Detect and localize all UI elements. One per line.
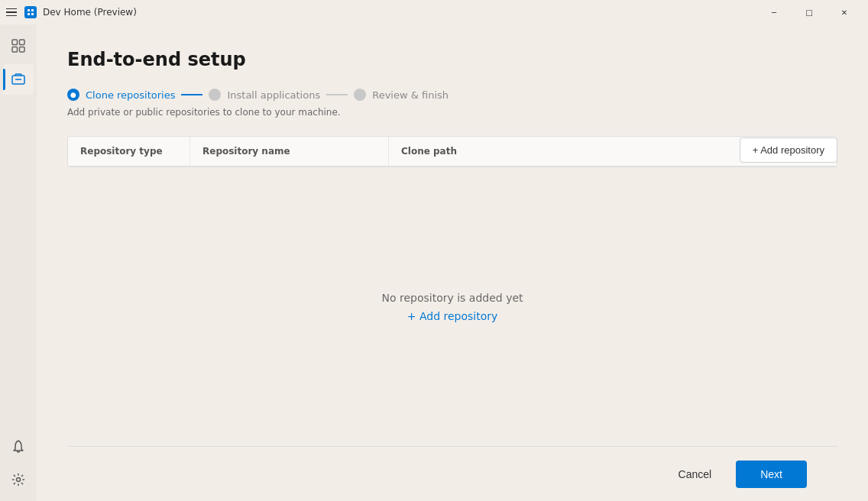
step-label-install: Install applications [227, 89, 320, 101]
step-circle-review [354, 89, 366, 101]
main-content: End-to-end setup ● Clone repositories In… [37, 24, 868, 501]
svg-rect-7 [20, 47, 25, 53]
titlebar-left: Dev Home (Preview) [6, 6, 137, 18]
close-button[interactable]: ✕ [827, 0, 862, 24]
empty-state-add-link[interactable]: + Add repository [407, 310, 498, 322]
step-review: Review & finish [354, 89, 449, 101]
svg-rect-0 [28, 9, 30, 11]
empty-state-message: No repository is added yet [381, 292, 523, 304]
step-description: Add private or public repositories to cl… [67, 107, 837, 118]
step-clone: ● Clone repositories [67, 89, 175, 101]
svg-rect-3 [31, 13, 34, 15]
sidebar [0, 24, 37, 501]
sidebar-bottom [3, 431, 34, 495]
next-button[interactable]: Next [736, 461, 807, 488]
sidebar-item-settings[interactable] [3, 464, 34, 495]
svg-rect-6 [12, 47, 18, 53]
step-circle-clone: ● [67, 89, 79, 101]
col-header-name: Repository name [190, 137, 389, 166]
sidebar-item-dashboard[interactable] [3, 31, 34, 61]
step-install: Install applications [209, 89, 320, 101]
stepper: ● Clone repositories Install application… [67, 89, 837, 101]
app-body: End-to-end setup ● Clone repositories In… [0, 24, 868, 501]
footer: Cancel Next [67, 446, 837, 501]
step-connector-2 [326, 94, 348, 95]
step-label-clone: Clone repositories [86, 89, 175, 101]
maximize-button[interactable]: □ [792, 0, 827, 24]
hamburger-menu-icon[interactable] [6, 6, 18, 18]
titlebar: Dev Home (Preview) ─ □ ✕ [0, 0, 868, 24]
add-repository-button[interactable]: + Add repository [740, 137, 837, 163]
toolbar: + Add repository [740, 137, 837, 163]
svg-rect-5 [20, 40, 25, 45]
page-title: End-to-end setup [67, 49, 837, 70]
cancel-button[interactable]: Cancel [663, 462, 727, 486]
step-connector-1 [181, 94, 202, 95]
app-icon [24, 6, 37, 18]
minimize-button[interactable]: ─ [756, 0, 792, 24]
sidebar-item-notifications[interactable] [3, 431, 34, 461]
titlebar-title: Dev Home (Preview) [43, 7, 137, 18]
step-circle-install [209, 89, 221, 101]
titlebar-controls: ─ □ ✕ [756, 0, 862, 24]
table-header: Repository type Repository name Clone pa… [68, 137, 837, 166]
sidebar-item-environments[interactable] [3, 64, 34, 95]
svg-point-10 [17, 478, 21, 482]
svg-rect-4 [12, 40, 18, 45]
step-label-review: Review & finish [372, 89, 449, 101]
col-header-type: Repository type [68, 137, 190, 166]
empty-state: No repository is added yet + Add reposit… [67, 167, 837, 446]
svg-rect-2 [28, 13, 30, 15]
svg-rect-1 [31, 9, 34, 11]
repository-table: Repository type Repository name Clone pa… [67, 136, 837, 167]
